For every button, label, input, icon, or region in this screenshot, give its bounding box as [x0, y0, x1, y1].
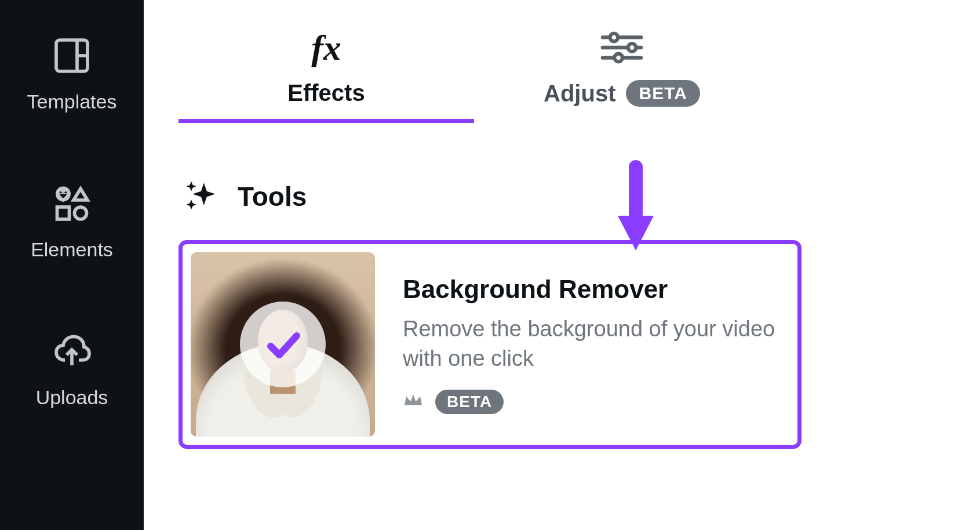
svg-point-11 [614, 54, 622, 62]
svg-point-10 [628, 43, 636, 52]
sidebar: Templates Elements [0, 0, 144, 530]
fx-icon: fx [311, 29, 341, 66]
panel-tabs: fx Effects Adjust BETA [178, 29, 957, 123]
crown-icon [403, 392, 424, 412]
tab-label: Adjust [544, 81, 615, 107]
sidebar-item-label: Uploads [36, 386, 108, 409]
svg-rect-3 [57, 207, 69, 219]
elements-icon [51, 183, 93, 227]
tab-effects[interactable]: fx Effects [178, 29, 474, 123]
tool-card-background-remover[interactable]: Background Remover Remove the background… [178, 240, 802, 449]
beta-badge: BETA [626, 80, 700, 107]
effects-panel: fx Effects Adjust BETA [144, 0, 980, 530]
tab-label-wrap: Adjust BETA [544, 80, 700, 107]
tool-card-text: Background Remover Remove the background… [403, 252, 782, 437]
svg-point-9 [610, 34, 618, 42]
sidebar-item-label: Templates [27, 90, 117, 113]
sidebar-item-label: Elements [31, 238, 113, 261]
templates-icon [51, 35, 93, 79]
app-root: Templates Elements [0, 0, 980, 530]
tool-thumbnail [191, 252, 375, 437]
tab-label: Effects [287, 80, 365, 106]
uploads-icon [51, 331, 93, 375]
beta-badge: BETA [435, 390, 504, 414]
selected-check-icon [240, 302, 326, 387]
tools-section-header: Tools [184, 179, 957, 215]
tool-card-title: Background Remover [403, 275, 782, 304]
tools-heading: Tools [238, 181, 307, 212]
sidebar-item-templates[interactable]: Templates [27, 35, 117, 113]
sidebar-item-elements[interactable]: Elements [31, 183, 113, 261]
tool-card-meta: BETA [403, 390, 782, 414]
tool-card-description: Remove the background of your video with… [403, 314, 782, 374]
sidebar-item-uploads[interactable]: Uploads [36, 331, 108, 409]
svg-point-4 [74, 207, 86, 219]
tab-adjust[interactable]: Adjust BETA [474, 29, 770, 123]
sparkle-icon [184, 179, 218, 215]
adjust-sliders-icon [599, 29, 644, 66]
